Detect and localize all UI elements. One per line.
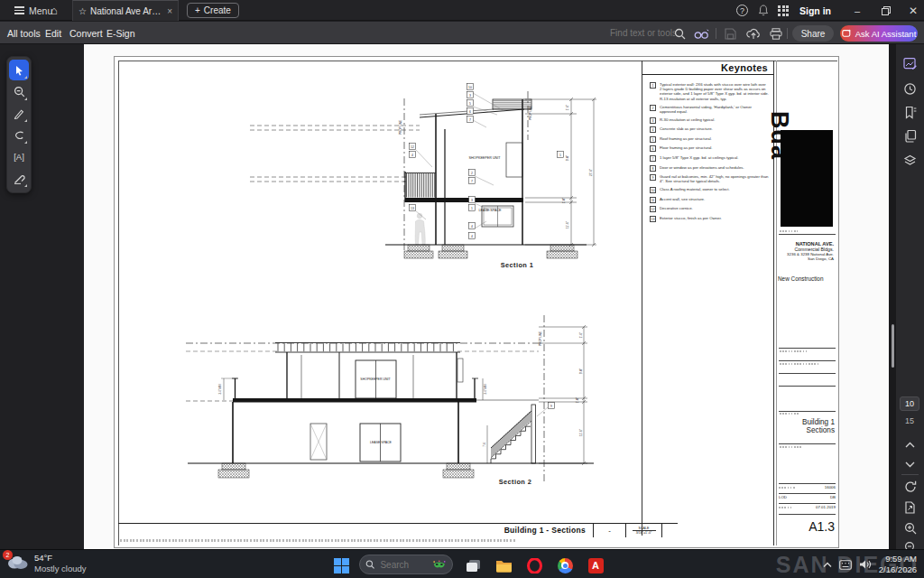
keynote-item: 9Guard rail at balconies, min. 42" high,… bbox=[650, 174, 769, 183]
plus-icon: + bbox=[195, 5, 200, 15]
volume-icon[interactable] bbox=[859, 559, 872, 570]
keynote-item: 3R-30 insulation at ceiling typical. bbox=[650, 117, 769, 124]
chevron-up-icon bbox=[905, 442, 915, 448]
notifications-button[interactable] bbox=[758, 0, 769, 21]
edit-image-panel-button[interactable] bbox=[901, 55, 919, 72]
help-button[interactable]: ? bbox=[736, 0, 748, 21]
tab-esign[interactable]: E-Sign bbox=[106, 22, 135, 44]
stamp-tool[interactable] bbox=[9, 168, 29, 189]
scrollbar-track[interactable] bbox=[889, 44, 896, 549]
svg-text:5: 5 bbox=[469, 102, 471, 106]
keynote-item: 8Door or window as per elevations and sc… bbox=[650, 165, 769, 172]
zoom-in-button[interactable] bbox=[901, 519, 919, 536]
clock-time: 9:59 AM bbox=[879, 554, 917, 564]
lasso-icon bbox=[14, 130, 25, 141]
minimize-icon: – bbox=[855, 5, 860, 16]
refresh-icon bbox=[904, 480, 917, 493]
keynote-item: 11Accent wall, see structure. bbox=[650, 197, 769, 203]
bookmarks-panel-button[interactable] bbox=[901, 104, 919, 121]
keynote-item: 6Floor framing as per structural. bbox=[650, 145, 769, 152]
keynote-item: 71 layer 5/8" Type X gyp. bd. at ceiling… bbox=[650, 155, 769, 162]
zoom-tool[interactable] bbox=[9, 81, 29, 102]
rotate-button[interactable] bbox=[901, 478, 919, 495]
start-button[interactable] bbox=[330, 555, 352, 576]
history-panel-button[interactable] bbox=[901, 80, 919, 98]
pen-tool[interactable] bbox=[9, 103, 29, 124]
apps-grid-icon bbox=[778, 5, 789, 16]
svg-text:13: 13 bbox=[411, 207, 414, 210]
layers-icon bbox=[903, 154, 917, 166]
add-text-tool[interactable]: [A] bbox=[9, 146, 29, 167]
keynote-item: 12Decorative cornice. bbox=[650, 206, 769, 212]
taskbar-clock[interactable]: 9:59 AM 2/16/2026 bbox=[879, 554, 917, 575]
tab-convert[interactable]: Convert bbox=[69, 22, 103, 44]
tab-close-icon[interactable]: × bbox=[167, 6, 172, 16]
apps-button[interactable] bbox=[778, 0, 789, 21]
close-button[interactable]: ✕ bbox=[900, 0, 924, 21]
clock-date: 2/16/2026 bbox=[879, 564, 917, 575]
weather-temp: 54°F bbox=[34, 553, 87, 564]
fit-page-button[interactable] bbox=[901, 499, 919, 516]
weather-desc: Mostly cloudy bbox=[34, 564, 87, 574]
touch-keyboard-icon[interactable] bbox=[839, 560, 852, 570]
chrome-button[interactable] bbox=[554, 555, 576, 576]
print-icon[interactable] bbox=[768, 25, 784, 42]
footings bbox=[404, 245, 578, 258]
keynote-item: 4Concrete slab as per structure. bbox=[650, 126, 769, 133]
home-button[interactable]: ⌂ bbox=[51, 0, 58, 21]
system-tray: 9:59 AM 2/16/2026 bbox=[823, 550, 924, 578]
sign-in-button[interactable]: Sign in bbox=[799, 0, 831, 21]
task-view-button[interactable] bbox=[462, 555, 484, 576]
share-button[interactable]: Share bbox=[792, 25, 834, 42]
create-button[interactable]: + Create bbox=[187, 3, 239, 18]
opera-button[interactable] bbox=[523, 555, 545, 576]
menu-button[interactable]: Menu bbox=[14, 0, 52, 21]
keynote-tags-section2: 9 bbox=[549, 403, 555, 409]
disclaimer-text-line bbox=[120, 539, 515, 542]
current-page-box[interactable]: 10 bbox=[900, 396, 919, 411]
titlebar: Menu ⌂ ☆ National Ave Arch Dwg... × + Cr… bbox=[0, 0, 924, 21]
cursor-arrow-icon bbox=[14, 65, 24, 76]
taskbar-search[interactable] bbox=[359, 555, 453, 574]
star-icon[interactable]: ☆ bbox=[79, 6, 87, 16]
document-viewer[interactable]: PROP LINE PROP LINE bbox=[84, 44, 889, 549]
restore-icon bbox=[882, 6, 891, 15]
menu-label: Menu bbox=[29, 5, 52, 16]
lasso-tool[interactable] bbox=[9, 125, 29, 145]
search-icon[interactable] bbox=[671, 25, 688, 42]
read-mode-glasses-icon[interactable] bbox=[693, 25, 709, 42]
keynote-item: 5Roof framing as per structural. bbox=[650, 136, 769, 143]
tray-expand-icon[interactable] bbox=[823, 562, 832, 568]
file-explorer-button[interactable] bbox=[493, 555, 514, 576]
save-icon[interactable] bbox=[722, 25, 738, 42]
ask-ai-assistant-button[interactable]: Ask AI Assistant bbox=[840, 25, 918, 42]
weather-widget[interactable]: 2 54°F Mostly cloudy bbox=[5, 553, 87, 575]
drawing-title: Building 1 - Sections bbox=[118, 524, 594, 537]
tab-edit[interactable]: Edit bbox=[45, 22, 61, 44]
layers-panel-button[interactable] bbox=[901, 151, 919, 168]
select-tool[interactable] bbox=[9, 60, 29, 80]
section2-caption: Section 2 bbox=[499, 478, 531, 486]
scrollbar-thumb[interactable] bbox=[892, 324, 894, 368]
clock-icon bbox=[903, 82, 917, 96]
drawing-scale: SCALE 3/16"=1'-0" bbox=[626, 524, 662, 537]
restore-button[interactable] bbox=[873, 0, 900, 21]
page-up-button[interactable] bbox=[901, 436, 919, 453]
acrobat-button[interactable]: A bbox=[585, 555, 606, 576]
document-tab[interactable]: ☆ National Ave Arch Dwg... × bbox=[72, 0, 179, 21]
find-input[interactable] bbox=[610, 28, 675, 38]
close-icon: ✕ bbox=[909, 5, 918, 17]
help-icon: ? bbox=[736, 5, 748, 16]
taskbar-search-input[interactable] bbox=[380, 560, 427, 570]
minimize-button[interactable]: – bbox=[844, 0, 871, 21]
mardi-gras-mask-icon bbox=[432, 559, 447, 571]
pages-panel-button[interactable] bbox=[901, 127, 919, 144]
page-down-button[interactable] bbox=[901, 456, 919, 473]
svg-text:7: 7 bbox=[469, 118, 471, 122]
svg-text:3: 3 bbox=[469, 94, 471, 98]
svg-text:11'-6": 11'-6" bbox=[566, 221, 569, 228]
tab-all-tools[interactable]: All tools bbox=[7, 22, 41, 44]
task-view-icon bbox=[466, 559, 481, 573]
svg-text:6: 6 bbox=[469, 110, 471, 114]
cloud-upload-icon[interactable] bbox=[745, 25, 762, 42]
